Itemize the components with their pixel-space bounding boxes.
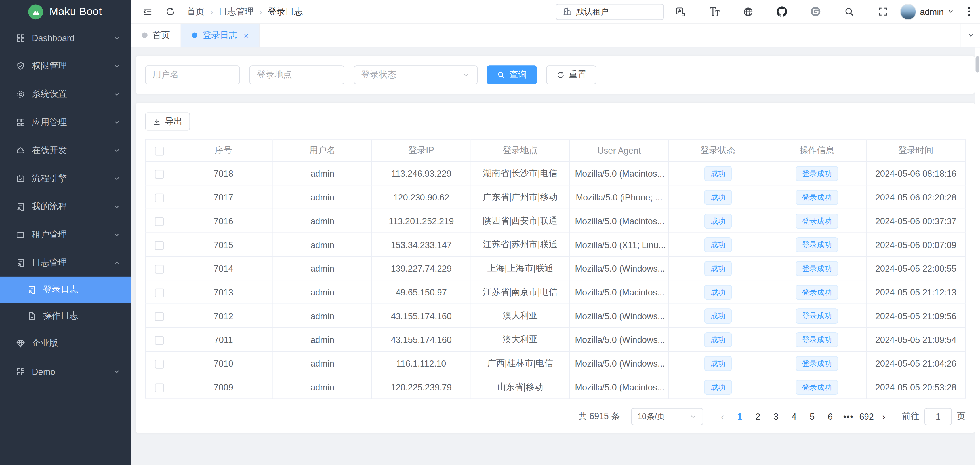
filter-card: 用户名 登录地点 登录状态 查询 [135, 56, 975, 94]
sidebar-item-my-flow[interactable]: 我的流程 [0, 192, 131, 220]
page-size-select[interactable]: 10条/页 [631, 408, 703, 425]
row-checkbox[interactable] [155, 383, 164, 392]
chevron-down-icon [113, 231, 121, 238]
status-badge: 成功 [704, 284, 732, 299]
goto-unit: 页 [957, 411, 966, 422]
close-icon[interactable]: × [244, 30, 249, 40]
tenant-select[interactable]: 默认租户 [555, 3, 663, 19]
status-badge: 成功 [704, 213, 732, 228]
row-checkbox[interactable] [155, 312, 164, 321]
font-size-icon[interactable] [709, 6, 720, 17]
more-menu-icon[interactable] [966, 6, 972, 17]
sidebar-item-enterprise[interactable]: 企业版 [0, 329, 131, 357]
search-icon[interactable] [843, 6, 855, 17]
cell-serial: 7018 [174, 161, 273, 185]
search-button[interactable]: 查询 [487, 65, 537, 84]
page-6[interactable]: 6 [821, 408, 839, 425]
gem-icon [15, 338, 25, 349]
breadcrumb-item-log-management[interactable]: 日志管理 [218, 6, 253, 17]
sidebar-item-permissions[interactable]: 权限管理 [0, 52, 131, 80]
sidebar-item-app-management[interactable]: 应用管理 [0, 108, 131, 136]
export-button[interactable]: 导出 [145, 113, 190, 131]
cell-serial: 7014 [174, 256, 273, 280]
scrollbar-track[interactable] [975, 48, 980, 465]
total-count: 共 6915 条 [578, 411, 620, 422]
select-all-checkbox[interactable] [155, 147, 164, 156]
logo[interactable]: Maku Boot [0, 0, 131, 24]
page-2[interactable]: 2 [749, 408, 767, 425]
collapse-sidebar-icon[interactable] [142, 6, 153, 17]
fullscreen-icon[interactable] [877, 6, 889, 17]
breadcrumb-item-home[interactable]: 首页 [187, 6, 205, 17]
logo-icon [28, 4, 43, 19]
sidebar-item-flow-engine[interactable]: 流程引擎 [0, 164, 131, 192]
row-checkbox[interactable] [155, 288, 164, 297]
sidebar-item-system-settings[interactable]: 系统设置 [0, 80, 131, 108]
sidebar-item-label: 权限管理 [32, 60, 113, 72]
cell-username: admin [273, 209, 372, 233]
page-3[interactable]: 3 [767, 408, 785, 425]
sidebar-item-operation-log[interactable]: 操作日志 [0, 303, 131, 329]
chevron-right-icon: › [259, 6, 262, 16]
row-checkbox[interactable] [155, 360, 164, 368]
tab-home[interactable]: 首页 [131, 24, 181, 47]
pagination: 共 6915 条 10条/页 ‹ 1 2 3 4 5 6 [145, 408, 966, 425]
page-1[interactable]: 1 [730, 408, 749, 425]
tab-login-log[interactable]: 登录日志 × [181, 24, 260, 47]
topbar: 首页 › 日志管理 › 登录日志 默认租户 [131, 0, 980, 24]
username-input[interactable]: 用户名 [145, 65, 240, 84]
message-badge: 登录成功 [795, 284, 838, 299]
cell-login-ip: 49.65.150.97 [372, 280, 471, 304]
page-5[interactable]: 5 [803, 408, 821, 425]
prev-page-button[interactable]: ‹ [714, 408, 730, 425]
row-checkbox[interactable] [155, 336, 164, 344]
scrollbar-thumb[interactable] [976, 56, 980, 72]
cell-user-agent: Mozilla/5.0 (X11; Linu... [570, 233, 669, 257]
col-操作信息: 操作信息 [767, 140, 867, 161]
col-user-agent: User Agent [570, 140, 669, 161]
sidebar-item-log-management[interactable]: 日志管理 [0, 249, 131, 277]
chevron-down-icon [113, 147, 121, 154]
cell-username: admin [273, 280, 372, 304]
sidebar-item-login-log[interactable]: 登录日志 [0, 277, 131, 303]
sidebar-item-dashboard[interactable]: Dashboard [0, 24, 131, 52]
sidebar-item-tenant-management[interactable]: 租户管理 [0, 221, 131, 249]
cell-login-time: 2024-05-05 21:04:26 [866, 351, 965, 375]
translate-icon[interactable] [675, 6, 686, 17]
message-badge: 登录成功 [795, 261, 838, 276]
login-log-table: 序号 用户名 登录IP 登录地点 User Agent 登录状态 操作信息 登录… [145, 139, 966, 399]
cell-user-agent: Mozilla/5.0 (Windows... [570, 304, 669, 328]
goto-label: 前往 [902, 411, 920, 422]
globe-icon[interactable] [743, 6, 754, 17]
sidebar-item-demo[interactable]: Demo [0, 357, 131, 385]
next-page-button[interactable]: › [876, 408, 892, 425]
cell-login-ip: 153.34.233.147 [372, 233, 471, 257]
row-checkbox[interactable] [155, 265, 164, 273]
cell-login-time: 2024-05-05 21:09:54 [866, 327, 965, 351]
cell-login-location: 广西|桂林市|电信 [471, 351, 570, 375]
sidebar-item-label: 系统设置 [32, 89, 113, 100]
row-checkbox[interactable] [155, 241, 164, 249]
page-last[interactable]: 692 [858, 408, 876, 425]
login-status-select[interactable]: 登录状态 [354, 65, 477, 84]
github-icon[interactable] [776, 6, 788, 17]
reset-button[interactable]: 重置 [546, 65, 596, 84]
refresh-icon[interactable] [164, 6, 176, 17]
more-pages[interactable]: ••• [839, 408, 858, 425]
status-badge: 成功 [704, 355, 732, 371]
row-checkbox[interactable] [155, 194, 164, 202]
goto-page-input[interactable]: 1 [924, 408, 952, 425]
gitee-icon[interactable] [810, 6, 821, 17]
cell-login-location: 上海|上海市|联通 [471, 256, 570, 280]
tabs-dropdown-button[interactable] [961, 24, 980, 47]
row-checkbox[interactable] [155, 217, 164, 226]
cell-login-time: 2024-05-05 20:53:28 [866, 375, 965, 399]
user-menu[interactable]: admin [900, 3, 955, 19]
cell-user-agent: Mozilla/5.0 (Macintos... [570, 161, 669, 185]
avatar [900, 3, 916, 19]
page-4[interactable]: 4 [785, 408, 803, 425]
row-checkbox[interactable] [155, 170, 164, 178]
login-location-input[interactable]: 登录地点 [250, 65, 344, 84]
sidebar-item-online-dev[interactable]: 在线开发 [0, 136, 131, 164]
page-size-value: 10条/页 [638, 411, 665, 422]
